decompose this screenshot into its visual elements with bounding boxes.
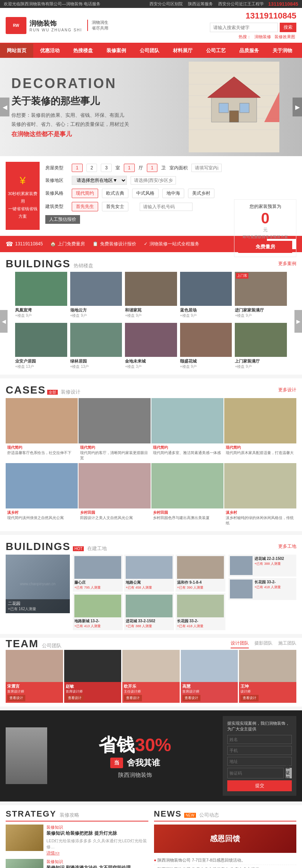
nav-link-7[interactable]: 品质服务 <box>233 43 266 58</box>
hot-center-img-2 <box>177 556 224 579</box>
building-card-0[interactable]: 凤凰宣湾 +楼盘 9户 <box>15 272 67 320</box>
calc-room-2[interactable]: 2 <box>86 164 97 172</box>
case-card-0[interactable]: 现代简约 舒适温馨客厅色系恰当，社交拉伸不下 <box>6 398 78 462</box>
calc-worker-btn[interactable]: 人工预估报价 <box>45 215 80 224</box>
building-card-4[interactable]: 上门客 进门家家装满厅 +楼盘 9户 <box>235 272 287 320</box>
case-card-7[interactable]: 滇乡村 滇乡村秘纯的绿的休闲休闲风格佳，传统纸 <box>224 463 296 527</box>
nav-link-8[interactable]: 关于润物 <box>266 43 299 58</box>
top-link-3[interactable]: 西安分公司近江王工程学 <box>218 1 264 7</box>
building-name-3: 蓝色居场 <box>180 307 232 313</box>
hot-center-price-5: +已有 418 人测量 <box>177 624 224 629</box>
strategy-more-1[interactable]: 详情>> <box>46 851 60 855</box>
team-card-2[interactable]: 欧开乐 主任设计师 查看设计 <box>122 650 180 703</box>
team-btn-1[interactable]: 查看设计 <box>66 695 84 701</box>
building-card-7[interactable]: 金地未来城 +楼盘 3户 <box>125 323 177 371</box>
hot-side-item-0[interactable]: 进花城 22-2-1502 +已有 388 人测量 <box>228 555 296 577</box>
buildings-next-btn[interactable]: ▶ <box>294 310 302 333</box>
buildings-prev-btn[interactable]: ◀ <box>0 310 8 333</box>
buildings-more[interactable]: 更多案例 <box>278 260 296 267</box>
nav-link-4[interactable]: 公司团队 <box>133 43 166 58</box>
case-card-4[interactable]: 滇乡村 现代简约滇州侠侠之自然风光公寓 <box>6 463 78 527</box>
nav-link-1[interactable]: 优惠活动 <box>33 43 66 58</box>
top-link-1[interactable]: 西安分公司区别院 <box>149 1 183 7</box>
hot-center-item-2[interactable]: 温和作 9-1-8-4 +已有 390 人测量 <box>176 555 225 592</box>
hot-center-item-1[interactable]: 地路公寓 +已有 458 人测量 <box>124 555 174 592</box>
building-card-9[interactable]: 上门家装满厅 +楼盘 9户 <box>235 323 287 371</box>
calc-room-1[interactable]: 1 <box>72 164 83 172</box>
calc-style-3[interactable]: 中式风格 <box>132 189 159 198</box>
buildings-hot-side: 进花城 22-2-1502 +已有 388 人测量 长花园 33-2- +已有 … <box>228 555 296 630</box>
calc-hall-1[interactable]: 1 <box>124 164 135 172</box>
strategy-title-1: 装修知识 给装修把把脉 提升灯光脉 <box>46 830 148 837</box>
team-btn-2[interactable]: 查看设计 <box>124 695 142 701</box>
calc-mode-mr[interactable]: 首先先生 <box>72 202 98 211</box>
case-card-3[interactable]: 现代简约 现代简约原木家具配搭适量，打造温馨大 <box>224 398 296 462</box>
hot-item-1[interactable]: 润物装修 <box>254 34 271 39</box>
calc-region-select[interactable]: 请选择您所在地区▼ <box>72 176 127 185</box>
calc-room-3[interactable]: 3 <box>101 164 112 172</box>
strategy-title: STRATEGY <box>6 809 56 818</box>
building-card-1[interactable]: 场地云方 +楼盘 9户 <box>70 272 122 320</box>
case-img-7 <box>224 463 296 508</box>
team-card-1[interactable]: 赵敏 首席设计师 查看设计 <box>64 650 122 703</box>
case-label-2: 现代简约 现代简约通多室、雅洁简素通美感一体感 <box>151 443 223 457</box>
strategy-item-wrap-2: 装修知识 装修知识 刷漆选漆方法处 方不同空间处理 刷漆 刷漆选漆方法 方不同空… <box>6 859 148 868</box>
hot-center-item-3[interactable]: 地路新城 13-2- +已有 413 人测量 <box>73 593 123 630</box>
hot-center-item-0[interactable]: 藤心庄 +已有 795 人测量 <box>73 555 123 592</box>
cases-more[interactable]: 更多设计 <box>278 387 296 393</box>
nav-link-0[interactable]: 网站首页 <box>0 43 33 58</box>
promo-address-input[interactable] <box>227 757 292 766</box>
team-overlay-4: 王坤 设计师 查看设计 <box>239 682 296 703</box>
nav-link-5[interactable]: 材料展厅 <box>166 43 199 58</box>
calc-style-2[interactable]: 欧式古典 <box>102 189 128 198</box>
case-card-2[interactable]: 现代简约 现代简约通多室、雅洁简素通美感一体感 <box>151 398 223 462</box>
case-card-1[interactable]: 现代简约 现代简约的客厅，清晰简约家装更搭眼目宽 <box>79 398 151 462</box>
promo-name-input[interactable] <box>227 735 292 744</box>
team-card-4[interactable]: 王坤 设计师 查看设计 <box>239 650 296 703</box>
hero-next-button[interactable]: ▶ <box>293 98 302 116</box>
building-card-6[interactable]: 绿林居园 +楼盘 13户 <box>70 323 122 371</box>
calc-style-1[interactable]: 现代简约 <box>72 189 98 198</box>
buildings-hot-more[interactable]: 更多工地 <box>278 543 296 550</box>
hot-center-item-4[interactable]: 进花城 33-2-1502 +已有 388 人测量 <box>124 593 174 630</box>
hot-center-item-5[interactable]: 长花园 33-2- +已有 418 人测量 <box>176 593 225 630</box>
calc-budget-btn[interactable]: 免费量房 <box>238 241 292 253</box>
calc-room-type-label: 房屋类型 <box>45 165 68 171</box>
case-card-6[interactable]: 乡村田园 乡村田园色序与建出高澳出美装厦 <box>151 463 223 527</box>
team-tab-design[interactable]: 设计团队 <box>231 639 249 648</box>
search-input[interactable] <box>210 23 278 32</box>
news-item-0[interactable]: ● 陕西润物装饰公司 7-7日至7-8日感恩回馈活动。 <box>154 856 297 865</box>
case-card-5[interactable]: 乡村田园 田园设计之美人文自然风光公寓 <box>79 463 151 527</box>
hot-side-item-1[interactable]: 长花园 33-2- +已有 418 人测量 <box>228 578 296 600</box>
team-btn-3[interactable]: 查看设计 <box>182 695 200 701</box>
calc-style-5[interactable]: 美式乡村 <box>188 189 214 198</box>
team-tab-photo[interactable]: 摄影团队 <box>254 639 273 648</box>
news-item-1[interactable]: ● 陕西润物装饰公司 为广大业主提供实力 为广大业主提供… <box>154 865 297 868</box>
cases-cn: 装修设计 <box>61 389 80 395</box>
calc-city-input[interactable] <box>131 176 176 184</box>
building-card-5[interactable]: 业安户居园 +楼盘 13户 <box>15 323 67 371</box>
promo-phone-input[interactable] <box>227 746 292 755</box>
calc-mode-ms[interactable]: 首先女士 <box>102 202 128 211</box>
team-btn-0[interactable]: 查看设计 <box>7 695 25 701</box>
team-btn-4[interactable]: 查看设计 <box>240 695 259 701</box>
nav-link-6[interactable]: 公司工艺 <box>199 43 233 58</box>
nav-link-2[interactable]: 热搜楼盘 <box>66 43 100 58</box>
building-card-8[interactable]: 颐盛花城 +楼盘 9户 <box>180 323 232 371</box>
calc-style-4[interactable]: 地中海 <box>162 189 184 198</box>
hot-item-2[interactable]: 装修效果图 <box>274 34 295 39</box>
search-button[interactable]: 搜索 <box>280 23 296 32</box>
team-card-0[interactable]: 宋震言 首席设计师 查看设计 <box>6 650 63 703</box>
promo-submit-btn[interactable]: 提交 <box>227 780 292 791</box>
calc-area-input[interactable] <box>191 164 222 172</box>
nav-link-3[interactable]: 装修案例 <box>100 43 133 58</box>
building-card-3[interactable]: 蓝色居场 +楼盘 9户 <box>180 272 232 320</box>
calc-style-label: 装修风格 <box>45 190 68 197</box>
top-link-2[interactable]: 陕西运筹服务 <box>188 1 213 7</box>
team-tab-construct[interactable]: 施工团队 <box>278 639 296 648</box>
promo-captcha-input[interactable] <box>227 768 284 778</box>
calc-bath-1[interactable]: 1 <box>147 164 158 172</box>
team-card-3[interactable]: 高慧 首席设计师 查看设计 <box>181 650 238 703</box>
calc-phone-input[interactable] <box>140 203 193 211</box>
building-card-2[interactable]: 和谐家苑 +楼盘 9户 <box>125 272 177 320</box>
